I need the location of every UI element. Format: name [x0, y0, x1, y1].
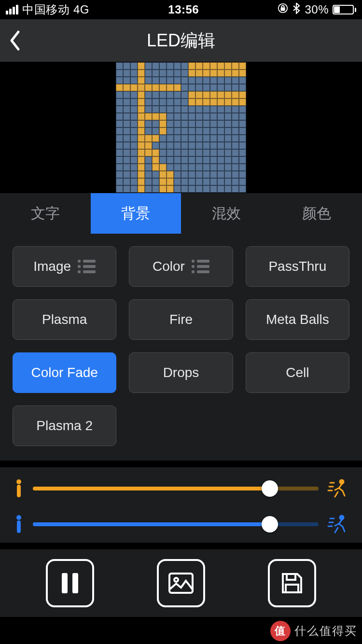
intensity-slider-row: [14, 515, 348, 534]
bottom-actions: [0, 549, 362, 617]
led-preview[interactable]: [0, 62, 362, 193]
effect-colorfade[interactable]: Color Fade: [13, 352, 116, 393]
back-button[interactable]: [9, 19, 21, 62]
person-standing-icon: [14, 479, 24, 498]
page-title: LED编辑: [147, 29, 215, 53]
person-standing-icon: [14, 515, 24, 534]
effect-plasma2[interactable]: Plasma 2: [13, 406, 116, 446]
effect-label: Image: [33, 259, 71, 274]
speed-slider-row: [14, 479, 348, 498]
effect-label: Drops: [163, 365, 199, 380]
svg-point-4: [340, 480, 344, 484]
gallery-button[interactable]: [157, 559, 205, 607]
tab-label: 混效: [212, 204, 241, 224]
effect-label: Meta Balls: [266, 312, 329, 327]
header: LED编辑: [0, 19, 362, 62]
orientation-lock-icon: [278, 3, 288, 16]
tab-label: 背景: [121, 204, 150, 224]
status-bar: 中国移动 4G 13:56 30%: [0, 0, 362, 19]
status-left: 中国移动 4G: [6, 2, 89, 17]
effect-label: PassThru: [268, 259, 326, 274]
tab-background[interactable]: 背景: [91, 193, 181, 234]
clock: 13:56: [168, 3, 199, 16]
effect-plasma[interactable]: Plasma: [13, 299, 116, 340]
svg-rect-6: [17, 520, 21, 533]
tab-label: 颜色: [302, 204, 331, 224]
tab-text[interactable]: 文字: [0, 193, 91, 234]
signal-icon: [6, 5, 18, 14]
effect-cell[interactable]: Cell: [246, 352, 349, 393]
save-button[interactable]: [268, 559, 316, 607]
bluetooth-icon: [292, 2, 301, 17]
tab-color[interactable]: 颜色: [272, 193, 362, 234]
svg-rect-8: [62, 573, 68, 593]
effect-drops[interactable]: Drops: [129, 352, 233, 393]
svg-point-5: [16, 515, 21, 520]
svg-point-7: [340, 516, 344, 519]
effect-label: Plasma 2: [36, 418, 93, 434]
tab-label: 文字: [31, 204, 60, 224]
watermark-badge-icon: 值: [270, 621, 291, 641]
battery-icon: [333, 5, 356, 14]
speed-slider[interactable]: [33, 487, 319, 490]
watermark-text: 什么值得买: [294, 623, 357, 639]
carrier-label: 中国移动: [22, 2, 70, 17]
list-icon: [192, 260, 209, 273]
slider-panel: [0, 467, 362, 543]
effect-label: Color Fade: [31, 365, 98, 380]
effect-label: Plasma: [42, 312, 87, 327]
slider-thumb[interactable]: [262, 516, 278, 532]
svg-rect-3: [17, 485, 21, 497]
effect-label: Fire: [169, 312, 193, 327]
led-grid: [116, 62, 246, 193]
svg-rect-10: [169, 574, 193, 593]
svg-point-11: [174, 578, 178, 582]
network-label: 4G: [73, 3, 89, 16]
svg-rect-13: [286, 585, 298, 592]
intensity-slider[interactable]: [33, 522, 319, 526]
svg-point-2: [16, 479, 21, 484]
effect-label: Color: [153, 259, 185, 274]
effect-color[interactable]: Color: [129, 246, 233, 287]
effect-fire[interactable]: Fire: [129, 299, 233, 340]
effect-passthru[interactable]: PassThru: [246, 246, 349, 287]
effect-label: Cell: [286, 365, 309, 380]
battery-pct: 30%: [305, 3, 329, 16]
svg-rect-1: [281, 8, 285, 11]
tab-mix[interactable]: 混效: [181, 193, 272, 234]
person-running-icon: [327, 515, 348, 534]
svg-rect-9: [72, 573, 78, 593]
effect-metaballs[interactable]: Meta Balls: [246, 299, 349, 340]
status-right: 30%: [278, 2, 356, 17]
tab-row: 文字 背景 混效 颜色: [0, 193, 362, 234]
slider-thumb[interactable]: [262, 480, 278, 497]
watermark: 值 什么值得买: [270, 621, 357, 641]
effect-image[interactable]: Image: [13, 246, 116, 287]
effects-panel: Image Color PassThru Plasma Fire Meta Ba…: [0, 234, 362, 461]
pause-button[interactable]: [46, 559, 94, 607]
person-running-icon: [327, 479, 348, 498]
svg-rect-12: [287, 574, 295, 580]
list-icon: [78, 260, 96, 273]
